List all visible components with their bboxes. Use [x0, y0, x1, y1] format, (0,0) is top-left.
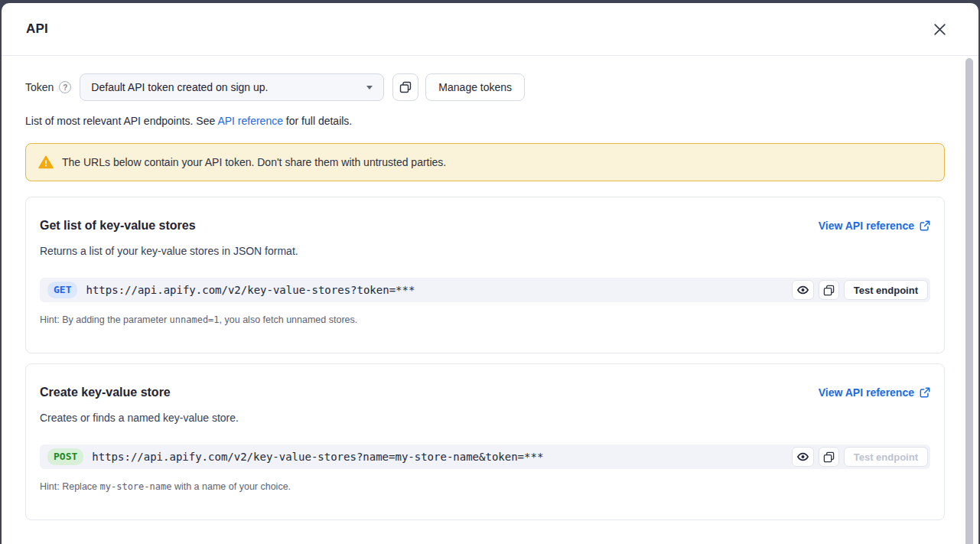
copy-url-button[interactable]	[819, 447, 839, 467]
endpoint-url: https://api.apify.com/v2/key-value-store…	[86, 284, 783, 296]
endpoint-hint: Hint: By adding the parameter unnamed=1,…	[40, 314, 930, 325]
intro-before: List of most relevant API endpoints. See	[25, 115, 217, 127]
reveal-token-button[interactable]	[792, 447, 814, 467]
reveal-token-button[interactable]	[792, 280, 814, 300]
method-badge: GET	[47, 282, 77, 298]
view-api-reference-link[interactable]: View API reference	[819, 220, 930, 232]
endpoint-url: https://api.apify.com/v2/key-value-store…	[92, 451, 783, 463]
endpoint-actions: Test endpoint	[792, 447, 928, 467]
page-title: API	[26, 21, 48, 37]
copy-icon	[399, 81, 412, 93]
card-description: Returns a list of your key-value stores …	[40, 245, 930, 257]
view-api-reference-link[interactable]: View API reference	[819, 386, 930, 399]
card-description: Creates or finds a named key-value store…	[40, 412, 930, 424]
view-api-reference-label: View API reference	[819, 386, 914, 399]
copy-token-button[interactable]	[392, 73, 418, 101]
modal-header: API	[2, 3, 978, 56]
view-api-reference-label: View API reference	[819, 220, 914, 232]
token-row: Token ? Default API token created on sig…	[25, 73, 945, 101]
copy-icon	[823, 285, 835, 296]
close-button[interactable]	[930, 20, 949, 39]
modal-body: Token ? Default API token created on sig…	[2, 56, 978, 520]
manage-tokens-button[interactable]: Manage tokens	[425, 73, 525, 101]
api-modal: API Token ? Default API token created on…	[2, 3, 978, 544]
endpoint-card-create-store: Create key-value store View API referenc…	[25, 363, 945, 520]
hint-after: with a name of your choice.	[171, 481, 291, 492]
endpoint-actions: Test endpoint	[792, 280, 928, 300]
intro-text: List of most relevant API endpoints. See…	[25, 115, 945, 127]
card-header: Get list of key-value stores View API re…	[40, 219, 930, 233]
chevron-down-icon	[366, 86, 373, 90]
close-icon	[933, 23, 946, 36]
hint-after: , you also fetch unnamed stores.	[220, 314, 358, 325]
token-select-value: Default API token created on sign up.	[91, 81, 268, 93]
method-badge: POST	[47, 448, 83, 465]
api-reference-link[interactable]: API reference	[217, 115, 283, 127]
test-endpoint-button[interactable]: Test endpoint	[844, 447, 928, 467]
warning-text: The URLs below contain your API token. D…	[62, 156, 446, 168]
endpoint-url-bar: GET https://api.apify.com/v2/key-value-s…	[40, 278, 930, 302]
card-header: Create key-value store View API referenc…	[40, 386, 930, 399]
endpoint-url-bar: POST https://api.apify.com/v2/key-value-…	[40, 445, 930, 469]
card-title: Get list of key-value stores	[40, 219, 196, 233]
scrollbar[interactable]	[965, 58, 973, 544]
copy-url-button[interactable]	[819, 280, 839, 300]
endpoint-card-get-list: Get list of key-value stores View API re…	[25, 197, 945, 353]
endpoint-hint: Hint: Replace my-store-name with a name …	[40, 481, 930, 492]
hint-code: unnamed=1	[170, 314, 220, 325]
warning-icon	[38, 155, 54, 169]
warning-banner: The URLs below contain your API token. D…	[25, 143, 945, 181]
external-link-icon	[920, 387, 930, 398]
copy-icon	[823, 451, 835, 463]
hint-before: Hint: By adding the parameter	[40, 314, 170, 325]
intro-after: for full details.	[283, 115, 352, 127]
token-select[interactable]: Default API token created on sign up.	[80, 73, 384, 101]
eye-icon	[796, 451, 809, 463]
hint-code: my-store-name	[100, 481, 172, 492]
help-icon[interactable]: ?	[59, 81, 71, 93]
token-label: Token	[25, 81, 54, 93]
external-link-icon	[920, 220, 930, 231]
hint-before: Hint: Replace	[40, 481, 100, 492]
card-title: Create key-value store	[40, 386, 171, 399]
test-endpoint-button[interactable]: Test endpoint	[844, 280, 928, 300]
eye-icon	[796, 284, 809, 296]
